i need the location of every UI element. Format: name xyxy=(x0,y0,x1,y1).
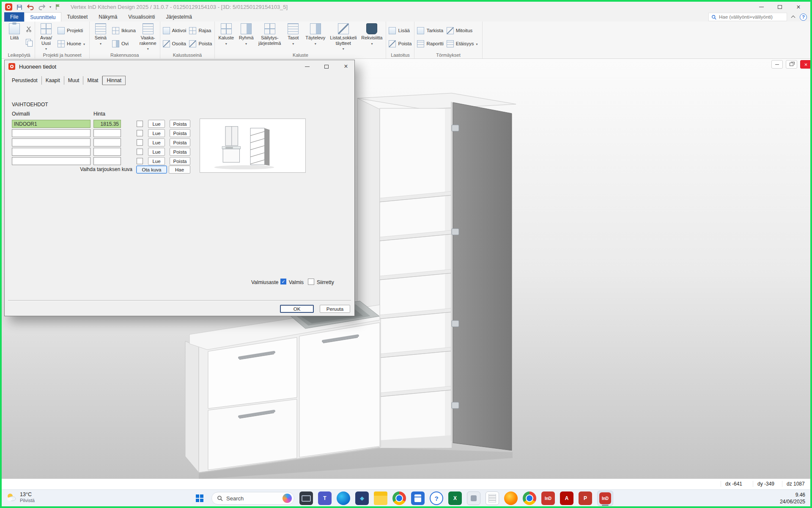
ovimalli-field[interactable] xyxy=(12,138,91,146)
poista-button[interactable]: Poista xyxy=(170,157,190,165)
minimize-button[interactable] xyxy=(752,2,771,12)
projekti-button[interactable]: Projekti xyxy=(58,27,87,34)
lisaa-button[interactable]: Lisää xyxy=(389,27,411,34)
help-icon[interactable]: ? xyxy=(800,14,807,21)
ovimalli-field[interactable] xyxy=(12,148,91,156)
taskbar-clock[interactable]: 9.46 24/06/2025 xyxy=(780,491,805,505)
cut-button[interactable] xyxy=(26,26,32,34)
ryhma-button[interactable]: Ryhmä xyxy=(238,23,255,44)
hinta-field[interactable] xyxy=(93,138,121,146)
maximize-button[interactable] xyxy=(771,2,789,12)
taskbar-icon-firefox[interactable] xyxy=(504,491,518,505)
vaaka-rakenne-button[interactable]: Vaaka- rakenne xyxy=(139,23,157,50)
tab-perustiedot[interactable]: Perustiedot xyxy=(8,76,42,85)
hinta-field[interactable] xyxy=(93,148,121,156)
collapse-ribbon-icon[interactable] xyxy=(790,14,796,20)
row-checkbox[interactable] xyxy=(137,139,143,146)
viewport-restore-button[interactable] xyxy=(786,60,797,69)
hae-button[interactable]: Hae xyxy=(169,166,190,174)
close-button[interactable]: × xyxy=(789,2,808,12)
hinta-field[interactable] xyxy=(93,129,121,137)
taskbar-icon-help[interactable]: ? xyxy=(430,491,443,505)
poista-button[interactable]: Poista xyxy=(170,148,190,156)
tab-jarjestelma[interactable]: Järjestelmä xyxy=(160,12,197,22)
tab-mitat[interactable]: Mitat xyxy=(83,76,102,85)
ovimalli-field[interactable] xyxy=(12,157,91,165)
taskbar-icon-chrome[interactable] xyxy=(392,491,406,505)
peruuta-button[interactable]: Peruuta xyxy=(320,305,350,313)
ikkuna-button[interactable]: Ikkuna xyxy=(112,27,136,34)
taskbar-weather[interactable]: 13°C Pilvistä xyxy=(6,491,35,503)
aktivoi-button[interactable]: Aktivoi xyxy=(163,27,187,34)
listat-sokkeli-button[interactable]: Listat,sokkeli täytteet xyxy=(329,23,357,50)
kalustusseina-poista-button[interactable]: Poista xyxy=(189,40,212,47)
viewport-minimize-button[interactable] xyxy=(771,60,783,69)
ovimalli-field[interactable]: INDOOR1 xyxy=(12,120,91,128)
tab-muut[interactable]: Muut xyxy=(64,76,84,85)
dialog-close-button[interactable]: × xyxy=(340,62,352,71)
liita-button[interactable]: Liitä xyxy=(6,23,23,41)
lue-button[interactable]: Lue xyxy=(148,138,165,146)
dialog-minimize-button[interactable] xyxy=(301,62,313,71)
tab-tulosteet[interactable]: Tulosteet xyxy=(61,12,93,22)
taskbar-icon-excel[interactable]: X xyxy=(448,491,462,505)
tab-hinnat[interactable]: Hinnat xyxy=(102,76,126,85)
taskbar-icon-acrobat[interactable]: A xyxy=(560,491,573,505)
raportti-button[interactable]: Raportti xyxy=(417,40,443,47)
laatoitus-poista-button[interactable]: Poista xyxy=(389,40,411,47)
poista-button[interactable]: Poista xyxy=(170,129,190,137)
taskbar-icon-edge[interactable] xyxy=(337,491,350,505)
rajaa-button[interactable]: Rajaa xyxy=(189,27,212,34)
poista-button[interactable]: Poista xyxy=(170,138,190,146)
hinta-field[interactable]: 1815.35 xyxy=(93,120,121,128)
lue-button[interactable]: Lue xyxy=(148,148,165,156)
row-checkbox[interactable] xyxy=(137,158,143,164)
huone-button[interactable]: Huone xyxy=(58,40,87,47)
taytelevy-button[interactable]: Täytelevy xyxy=(304,23,326,44)
undo-button[interactable] xyxy=(27,4,34,11)
dialog-maximize-button[interactable] xyxy=(320,62,333,71)
ribbon-search-box[interactable] xyxy=(708,13,787,21)
customize-toolbar-icon[interactable] xyxy=(55,4,60,10)
taskbar-search[interactable]: Search xyxy=(211,492,294,505)
lue-button[interactable]: Lue xyxy=(148,120,165,128)
sailytysjarjestelma-button[interactable]: Säilytys- järjestelmä xyxy=(258,23,282,46)
tarkista-button[interactable]: Tarkista xyxy=(417,27,443,34)
ota-kuva-button[interactable]: Ota kuva xyxy=(136,166,167,174)
taskbar-icon-browser[interactable] xyxy=(523,491,536,505)
ovi-button[interactable]: Ovi xyxy=(112,40,136,47)
tab-kaapit[interactable]: Kaapit xyxy=(42,76,64,85)
tab-file[interactable]: File xyxy=(4,12,24,22)
kaluste-button[interactable]: Kaluste xyxy=(217,23,235,44)
taskbar-icon-pdf[interactable]: P xyxy=(579,491,592,505)
siirretty-checkbox[interactable] xyxy=(308,279,314,285)
taskbar-icon-notes[interactable] xyxy=(486,491,499,505)
taskbar-icon-vertex-ind-active[interactable]: InD xyxy=(597,491,613,506)
redo-button[interactable] xyxy=(38,4,46,11)
lue-button[interactable]: Lue xyxy=(148,129,165,137)
taskbar-icon-show-desktop[interactable] xyxy=(299,491,313,505)
taskbar-icon-calculator[interactable] xyxy=(411,491,425,505)
tasot-button[interactable]: Tasot xyxy=(285,23,302,44)
save-button[interactable] xyxy=(16,4,23,11)
row-checkbox[interactable] xyxy=(137,121,143,127)
etaisyys-button[interactable]: Etäisyys xyxy=(447,40,480,47)
tab-nakyma[interactable]: Näkymä xyxy=(93,12,123,22)
mitoitus-button[interactable]: Mitoitus xyxy=(447,27,480,34)
row-checkbox[interactable] xyxy=(137,130,143,136)
hinta-field[interactable] xyxy=(93,157,121,165)
search-input[interactable] xyxy=(719,14,784,19)
seina-button[interactable]: Seinä xyxy=(92,23,109,44)
valmis-checkbox[interactable] xyxy=(280,279,286,284)
rekvisiitta-button[interactable]: Rekvisiitta xyxy=(360,23,383,44)
taskbar-icon-teams[interactable]: T xyxy=(318,491,332,505)
tab-visualisointi[interactable]: Visualisointi xyxy=(123,12,160,22)
poista-button[interactable]: Poista xyxy=(170,120,190,128)
taskbar-icon-app-gray[interactable] xyxy=(467,491,480,505)
tab-suunnittelu[interactable]: Suunnittelu xyxy=(24,12,61,22)
ovimalli-field[interactable] xyxy=(12,129,91,137)
taskbar-icon-app-navy[interactable]: ◆ xyxy=(355,491,369,505)
taskbar-icon-vertex-ind[interactable]: InD xyxy=(541,491,555,505)
qat-dropdown-arrow-icon[interactable]: ▾ xyxy=(49,5,51,9)
taskbar-icon-file-explorer[interactable] xyxy=(374,491,387,505)
